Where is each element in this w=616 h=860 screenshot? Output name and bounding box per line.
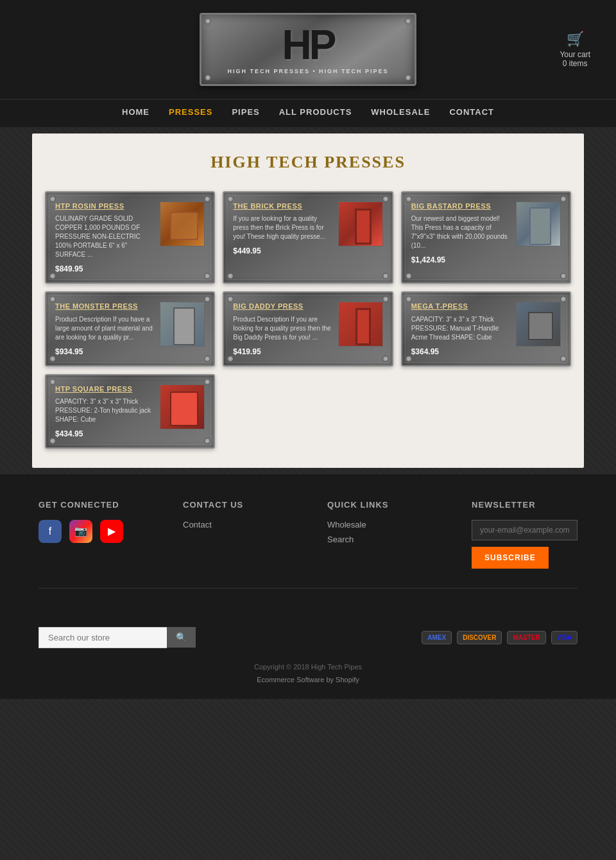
footer-wholesale-link[interactable]: Wholesale [327, 520, 433, 529]
main-content: HIGH TECH PRESSES HTP ROSIN PRESS CULINA… [32, 133, 584, 468]
product-grid: HTP ROSIN PRESS CULINARY GRADE SOLID COP… [45, 191, 571, 449]
cart-count: 0 items [563, 59, 588, 68]
amex-icon: AMEX [422, 631, 452, 644]
product-name: BIG BASTARD PRESS [411, 202, 509, 211]
product-card[interactable]: BIG DADDY PRESS Product Description If y… [223, 291, 393, 366]
product-desc: CAPACITY: 3" x 3" x 3" Thick PRESSURE: 2… [55, 397, 153, 424]
product-desc: CULINARY GRADE SOLID COPPER 1,000 POUNDS… [55, 214, 153, 259]
social-icons: f 📷 ▶ [38, 520, 144, 543]
nav-presses[interactable]: PRESSES [169, 107, 212, 117]
product-image [160, 202, 205, 246]
product-image [516, 302, 561, 347]
product-price: $449.95 [233, 246, 331, 255]
search-input[interactable] [38, 627, 167, 648]
bolt-icon [382, 356, 389, 362]
product-card[interactable]: HTP ROSIN PRESS CULINARY GRADE SOLID COP… [45, 191, 215, 284]
newsletter-email-input[interactable] [472, 520, 578, 540]
footer-bottom: 🔍 AMEX DISCOVER MASTER VISA [38, 614, 578, 648]
footer-quick-links-title: QUICK LINKS [327, 500, 433, 510]
bolt-tl [205, 18, 211, 24]
nav-home[interactable]: HOME [122, 107, 150, 117]
footer-get-connected: GET CONNECTED f 📷 ▶ [38, 500, 144, 569]
discover-icon: DISCOVER [457, 631, 502, 644]
product-price: $934.95 [55, 347, 153, 356]
product-image [338, 202, 383, 246]
nav-all-products[interactable]: ALL PRODUCTS [279, 107, 352, 117]
footer-newsletter-title: NEWSLETTER [472, 500, 578, 510]
nav-pipes[interactable]: PIPES [232, 107, 259, 117]
product-desc: If you are looking for a quality press t… [233, 214, 331, 241]
bolt-icon [406, 356, 412, 362]
product-image [516, 202, 561, 246]
product-price: $419.95 [233, 347, 331, 356]
copyright-text: Copyright © 2018 High Tech Pipes [38, 661, 578, 674]
product-price: $364.95 [411, 347, 509, 356]
cart-icon: 🛒 [567, 31, 584, 47]
bolt-icon [560, 196, 567, 202]
product-price: $434.95 [55, 429, 153, 438]
product-name: HTP SQUARE PRESS [55, 384, 153, 393]
product-price: $849.95 [55, 264, 153, 273]
visa-icon: VISA [551, 631, 578, 644]
bolt-icon [49, 379, 56, 385]
bolt-icon [49, 438, 56, 444]
footer-top: GET CONNECTED f 📷 ▶ CONTACT US Contact Q… [38, 500, 578, 589]
bolt-icon [204, 196, 210, 202]
footer-contact-link[interactable]: Contact [183, 520, 289, 529]
footer: GET CONNECTED f 📷 ▶ CONTACT US Contact Q… [0, 474, 616, 700]
main-nav: HOME PRESSES PIPES ALL PRODUCTS WHOLESAL… [0, 99, 616, 127]
product-card[interactable]: MEGA T-PRESS CAPACITY: 3" x 3" x 3" Thic… [401, 291, 571, 366]
nav-wholesale[interactable]: WHOLESALE [371, 107, 430, 117]
facebook-icon[interactable]: f [38, 520, 62, 543]
subscribe-button[interactable]: SUBSCRIBE [472, 547, 549, 569]
logo: HP HIGH TECH PRESSES • HIGH TECH PIPES [200, 13, 416, 86]
cart-label: Your cart [560, 50, 590, 59]
product-desc: Our newest and biggest model! This Press… [411, 214, 509, 250]
product-card[interactable]: THE BRICK PRESS If you are looking for a… [223, 191, 393, 284]
product-image [338, 302, 383, 347]
product-desc: Product Description If you are looking f… [233, 315, 331, 342]
bolt-icon [49, 273, 56, 279]
product-card[interactable]: THE MONSTER PRESS Product Description If… [45, 291, 215, 366]
search-button[interactable]: 🔍 [167, 627, 196, 648]
bolt-icon [49, 196, 56, 202]
logo-letters: HP [227, 24, 388, 65]
product-desc: Product Description If you have a large … [55, 315, 153, 342]
payment-icons: AMEX DISCOVER MASTER VISA [422, 631, 578, 644]
footer-search-bar: 🔍 [38, 627, 196, 648]
footer-get-connected-title: GET CONNECTED [38, 500, 144, 510]
bolt-icon [204, 296, 210, 302]
product-name: THE MONSTER PRESS [55, 302, 153, 311]
copyright-area: Copyright © 2018 High Tech Pipes Ecommer… [38, 648, 578, 687]
powered-by-link[interactable]: Ecommerce Software by Shopify [257, 676, 359, 684]
bolt-icon [560, 356, 567, 362]
product-card[interactable]: BIG BASTARD PRESS Our newest and biggest… [401, 191, 571, 284]
bolt-icon [204, 273, 210, 279]
section-title: HIGH TECH PRESSES [45, 153, 571, 172]
bolt-icon [227, 356, 234, 362]
bolt-br [405, 74, 411, 81]
bolt-icon [406, 296, 412, 302]
instagram-icon[interactable]: 📷 [69, 520, 92, 543]
bolt-icon [204, 438, 210, 444]
bolt-icon [382, 296, 389, 302]
product-name: BIG DADDY PRESS [233, 302, 331, 311]
footer-contact-us: CONTACT US Contact [183, 500, 289, 569]
nav-contact[interactable]: CONTACT [449, 107, 494, 117]
cart-button[interactable]: 🛒 Your cart 0 items [560, 31, 590, 68]
bolt-icon [227, 273, 234, 279]
product-name: HTP ROSIN PRESS [55, 202, 153, 211]
footer-search-link[interactable]: Search [327, 535, 433, 544]
bolt-icon [49, 356, 56, 362]
header: HP HIGH TECH PRESSES • HIGH TECH PIPES 🛒… [0, 0, 616, 99]
bolt-icon [560, 273, 567, 279]
footer-newsletter: NEWSLETTER SUBSCRIBE [472, 500, 578, 569]
youtube-icon[interactable]: ▶ [100, 520, 123, 543]
bolt-icon [382, 273, 389, 279]
product-card[interactable]: HTP SQUARE PRESS CAPACITY: 3" x 3" x 3" … [45, 374, 215, 449]
bolt-icon [560, 296, 567, 302]
search-icon: 🔍 [176, 632, 187, 642]
bolt-icon [204, 356, 210, 362]
footer-contact-us-title: CONTACT US [183, 500, 289, 510]
product-image [160, 384, 205, 429]
